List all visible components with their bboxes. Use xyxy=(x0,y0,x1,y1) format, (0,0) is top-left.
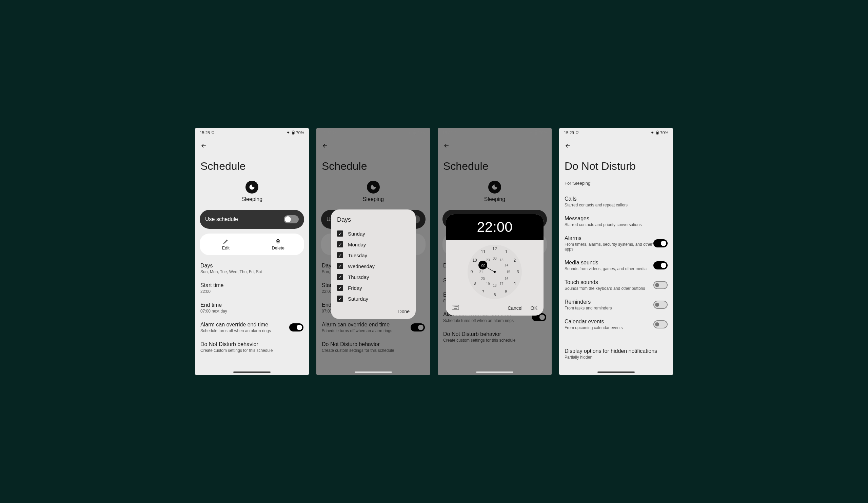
checkbox-icon: ✓ xyxy=(337,263,343,269)
day-option[interactable]: ✓Sunday xyxy=(337,228,410,239)
edit-button[interactable]: Edit xyxy=(200,233,252,255)
days-item[interactable]: Days Sun, Mon, Tue, Wed, Thu, Fri, Sat xyxy=(200,259,303,278)
page-title: Schedule xyxy=(195,154,309,181)
item-sub: From timers, alarms, security systems, a… xyxy=(565,242,653,251)
shield-icon xyxy=(211,130,215,135)
dnd-item[interactable]: Media soundsSounds from videos, games, a… xyxy=(565,255,668,275)
clock-face[interactable]: 121234567891011001314151617181920212223 xyxy=(467,245,522,299)
nav-handle[interactable] xyxy=(476,371,513,373)
toggle[interactable] xyxy=(653,281,668,289)
wifi-icon xyxy=(286,130,291,135)
item-sub: Starred contacts and priority conversati… xyxy=(565,222,668,227)
delete-button[interactable]: Delete xyxy=(252,233,304,255)
clock-hour-00[interactable]: 00 xyxy=(493,256,496,260)
display-options-sub: Partially hidden xyxy=(565,355,668,360)
statusbar: 15:28 70% xyxy=(195,128,309,138)
time-display[interactable]: 22:00 xyxy=(446,214,544,240)
dnd-item[interactable]: Calendar eventsFrom upcoming calendar ev… xyxy=(565,315,668,334)
clock-hour-10[interactable]: 10 xyxy=(472,258,477,263)
day-option[interactable]: ✓Monday xyxy=(337,239,410,250)
clock-hour-12[interactable]: 12 xyxy=(492,247,497,251)
day-option[interactable]: ✓Wednesday xyxy=(337,261,410,272)
day-label: Wednesday xyxy=(348,263,375,269)
clock-hour-11[interactable]: 11 xyxy=(481,250,485,254)
clock-hour-8[interactable]: 8 xyxy=(474,281,476,286)
item-sub: Sounds from the keyboard and other butto… xyxy=(565,286,653,291)
checkbox-icon: ✓ xyxy=(337,285,343,291)
back-button[interactable] xyxy=(200,142,208,150)
keyboard-icon[interactable] xyxy=(452,305,459,311)
clock-hour-5[interactable]: 5 xyxy=(505,290,508,294)
clock-hour-2[interactable]: 2 xyxy=(514,258,516,263)
use-schedule-label: Use schedule xyxy=(205,216,238,222)
day-label: Thursday xyxy=(348,274,369,280)
for-sleeping-label: For 'Sleeping' xyxy=(559,181,673,188)
toggle[interactable] xyxy=(653,261,668,270)
start-time-item[interactable]: Start time 22:00 xyxy=(200,278,303,298)
clock-hour-1[interactable]: 1 xyxy=(505,250,508,254)
done-button[interactable]: Done xyxy=(399,309,410,314)
back-button[interactable] xyxy=(564,142,572,150)
dnd-item[interactable]: CallsStarred contacts and repeat callers xyxy=(565,192,668,211)
nav-handle[interactable] xyxy=(355,371,392,373)
clock-hour-23[interactable]: 23 xyxy=(486,258,489,262)
clock-hour-15[interactable]: 15 xyxy=(506,270,510,274)
day-option[interactable]: ✓Tuesday xyxy=(337,250,410,261)
dnd-behavior-item[interactable]: Do Not Disturb behavior Create custom se… xyxy=(200,337,303,357)
battery-icon xyxy=(656,130,659,136)
day-label: Sunday xyxy=(348,231,365,237)
dnd-item[interactable]: AlarmsFrom timers, alarms, security syst… xyxy=(565,231,668,255)
clock-hour-17[interactable]: 17 xyxy=(499,282,503,285)
delete-label: Delete xyxy=(271,245,285,251)
shield-icon xyxy=(575,130,579,135)
svg-rect-13 xyxy=(456,306,457,307)
cancel-button[interactable]: Cancel xyxy=(508,305,523,311)
day-option[interactable]: ✓Thursday xyxy=(337,272,410,282)
clock-hour-21[interactable]: 21 xyxy=(479,270,483,274)
display-options-title: Display options for hidden notifications xyxy=(565,348,668,354)
nav-handle[interactable] xyxy=(233,371,271,373)
days-value: Sun, Mon, Tue, Wed, Thu, Fri, Sat xyxy=(200,270,303,274)
day-label: Monday xyxy=(348,242,366,248)
clock-hour-16[interactable]: 16 xyxy=(505,277,508,281)
time-picker-dialog: 22:00 1212345678910110013141516171819202… xyxy=(446,214,544,316)
day-option[interactable]: ✓Saturday xyxy=(337,293,410,304)
clock-hour-18[interactable]: 18 xyxy=(493,284,496,287)
end-time-item[interactable]: End time 07:00 next day xyxy=(200,298,303,317)
dnd-item[interactable]: Touch soundsSounds from the keyboard and… xyxy=(565,275,668,295)
clock-hour-19[interactable]: 19 xyxy=(486,282,489,285)
toggle[interactable] xyxy=(653,239,668,248)
item-sub: From upcoming calendar events xyxy=(565,325,653,330)
clock-hour-14[interactable]: 14 xyxy=(505,263,508,267)
clock-hour-4[interactable]: 4 xyxy=(514,281,516,286)
use-schedule-toggle[interactable] xyxy=(284,215,299,223)
alarm-title: Alarm can override end time xyxy=(200,322,289,328)
toggle[interactable] xyxy=(653,320,668,328)
clock-hour-20[interactable]: 20 xyxy=(481,277,485,281)
screen-schedule: 15:28 70% Schedule xyxy=(195,128,309,375)
alarm-override-toggle[interactable] xyxy=(289,323,303,332)
use-schedule-toggle-row[interactable]: Use schedule xyxy=(200,210,304,229)
clock-hour-3[interactable]: 3 xyxy=(517,270,519,274)
alarm-sub: Schedule turns off when an alarm rings xyxy=(200,328,289,333)
dnd-title: Do Not Disturb behavior xyxy=(200,341,303,347)
status-time: 15:28 xyxy=(200,130,210,135)
svg-rect-15 xyxy=(454,308,457,309)
toggle[interactable] xyxy=(653,301,668,309)
start-value: 22:00 xyxy=(200,289,303,294)
dialog-title: Days xyxy=(337,216,410,223)
alarm-override-item[interactable]: Alarm can override end time Schedule tur… xyxy=(200,317,303,337)
dnd-item[interactable]: RemindersFrom tasks and reminders xyxy=(565,295,668,315)
clock-hour-6[interactable]: 6 xyxy=(494,293,496,297)
dnd-item[interactable]: MessagesStarred contacts and priority co… xyxy=(565,211,668,231)
clock-hour-9[interactable]: 9 xyxy=(471,270,473,274)
svg-rect-10 xyxy=(453,306,454,307)
ok-button[interactable]: OK xyxy=(531,305,537,311)
display-options-item[interactable]: Display options for hidden notifications… xyxy=(565,344,668,364)
nav-handle[interactable] xyxy=(597,371,635,373)
day-option[interactable]: ✓Friday xyxy=(337,282,410,293)
clock-hour-13[interactable]: 13 xyxy=(499,258,503,262)
sleeping-icon xyxy=(246,181,258,193)
clock-selected-hour[interactable]: 22 xyxy=(478,261,487,270)
clock-hour-7[interactable]: 7 xyxy=(482,290,485,294)
